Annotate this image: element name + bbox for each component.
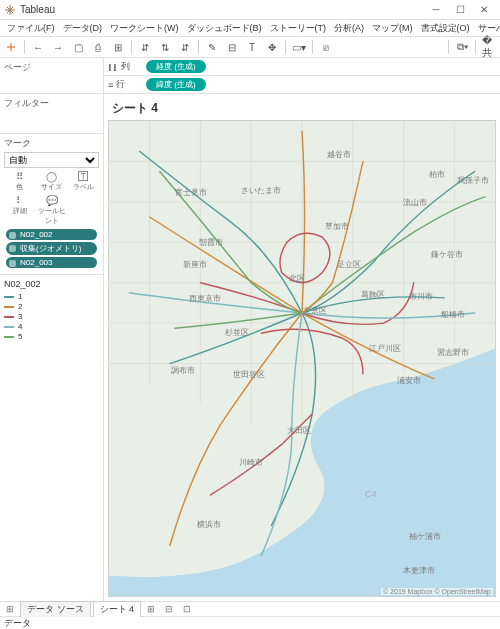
- legend-swatch: [4, 306, 14, 308]
- menu-data[interactable]: データ(D): [60, 22, 106, 35]
- mark-tooltip-button[interactable]: 💬ツールヒント: [36, 195, 68, 226]
- legend-label: 3: [18, 312, 22, 321]
- mark-detail-button[interactable]: ⠇詳細: [4, 195, 36, 226]
- columns-pill-longitude[interactable]: 経度 (生成): [146, 60, 206, 73]
- legend-item-1[interactable]: 1: [4, 292, 99, 301]
- pin-icon[interactable]: ✥: [265, 40, 279, 54]
- back-icon[interactable]: ←: [31, 40, 45, 54]
- legend-label: 4: [18, 322, 22, 331]
- map-attribution: © 2019 Mapbox © OpenStreetMap: [381, 588, 493, 595]
- legend-label: 2: [18, 302, 22, 311]
- legend-swatch: [4, 296, 14, 298]
- maximize-button[interactable]: ☐: [448, 1, 472, 19]
- color-legend: N02_002 12345: [0, 275, 103, 346]
- mark-pill-0[interactable]: N02_002: [6, 229, 97, 240]
- save-icon[interactable]: ▢: [71, 40, 85, 54]
- legend-swatch: [4, 326, 14, 328]
- columns-label: ⫿⫿列: [108, 60, 140, 73]
- detail-icon: ⠇: [4, 195, 36, 206]
- close-button[interactable]: ✕: [472, 1, 496, 19]
- mark-pill-1[interactable]: 収集(ジオメトリ): [6, 242, 97, 255]
- menu-file[interactable]: ファイル(F): [4, 22, 58, 35]
- map-canvas[interactable]: C4 © 2019 Mapbox © OpenStreetMap 越谷市富士見市…: [108, 120, 496, 597]
- legend-item-4[interactable]: 4: [4, 322, 99, 331]
- mark-color-button[interactable]: ⠿色: [4, 171, 36, 192]
- text-icon[interactable]: T: [245, 40, 259, 54]
- size-icon: ◯: [36, 171, 68, 182]
- mark-pill-2[interactable]: N02_003: [6, 257, 97, 268]
- sheet-tabs: ⊞ データ ソース シート 4 ⊞ ⊟ ⊡: [0, 601, 500, 616]
- pages-title: ページ: [4, 61, 99, 74]
- legend-swatch: [4, 336, 14, 338]
- new-story-icon[interactable]: ⊡: [179, 604, 195, 614]
- tableau-home-icon[interactable]: [4, 40, 18, 54]
- fit-icon[interactable]: ▭▾: [292, 40, 306, 54]
- sort-asc-icon[interactable]: ⇅: [158, 40, 172, 54]
- menu-worksheet[interactable]: ワークシート(W): [107, 22, 182, 35]
- sort-desc-icon[interactable]: ⇵: [178, 40, 192, 54]
- rows-label: ≡行: [108, 78, 140, 91]
- marks-title: マーク: [4, 137, 99, 150]
- color-icon: ⠿: [4, 171, 36, 182]
- group-icon[interactable]: ⊟: [225, 40, 239, 54]
- legend-item-3[interactable]: 3: [4, 312, 99, 321]
- swap-icon[interactable]: ⇵: [138, 40, 152, 54]
- datasource-tab-icon[interactable]: ⊞: [2, 604, 18, 614]
- columns-shelf[interactable]: ⫿⫿列 経度 (生成): [104, 58, 500, 76]
- share-icon[interactable]: �共: [482, 40, 496, 54]
- columns-icon: ⫿⫿: [108, 62, 118, 72]
- show-me-icon[interactable]: ⧉▾: [455, 40, 469, 54]
- forward-icon[interactable]: →: [51, 40, 65, 54]
- menu-dashboard[interactable]: ダッシュボード(B): [184, 22, 265, 35]
- window-title: Tableau: [20, 4, 55, 15]
- rows-pill-latitude[interactable]: 緯度 (生成): [146, 78, 206, 91]
- label-icon: 🅃: [67, 171, 99, 182]
- legend-title: N02_002: [4, 279, 99, 289]
- new-worksheet-icon[interactable]: ⊞: [143, 604, 159, 614]
- new-sheet-icon[interactable]: ⊞: [111, 40, 125, 54]
- menu-format[interactable]: 書式設定(O): [418, 22, 473, 35]
- tab-datasource[interactable]: データ ソース: [20, 601, 91, 617]
- marks-card: マーク 自動 ⠿色 ◯サイズ 🅃ラベル ⠇詳細 💬ツールヒント N02_002収…: [0, 134, 103, 275]
- mark-size-button[interactable]: ◯サイズ: [36, 171, 68, 192]
- filters-shelf[interactable]: フィルター: [0, 94, 103, 134]
- menu-analysis[interactable]: 分析(A): [331, 22, 367, 35]
- new-datasource-icon[interactable]: ⎙: [91, 40, 105, 54]
- tableau-logo-icon: [4, 4, 16, 16]
- legend-label: 1: [18, 292, 22, 301]
- map-svg: C4: [109, 121, 495, 596]
- new-dashboard-icon[interactable]: ⊟: [161, 604, 177, 614]
- sheet-title[interactable]: シート 4: [104, 94, 500, 120]
- filters-title: フィルター: [4, 97, 99, 110]
- highlight-icon[interactable]: ✎: [205, 40, 219, 54]
- mark-label-button[interactable]: 🅃ラベル: [67, 171, 99, 192]
- titlebar: Tableau ─ ☐ ✕: [0, 0, 500, 20]
- menubar: ファイル(F) データ(D) ワークシート(W) ダッシュボード(B) ストーリ…: [0, 20, 500, 36]
- map-route-label: C4: [365, 489, 377, 499]
- menu-server[interactable]: サーバー(S): [475, 22, 501, 35]
- toolbar: ← → ▢ ⎙ ⊞ ⇵ ⇅ ⇵ ✎ ⊟ T ✥ ▭▾ ⎚ ⧉▾ �共: [0, 36, 500, 58]
- tooltip-icon: 💬: [36, 195, 68, 206]
- marks-type-select[interactable]: 自動: [4, 152, 99, 168]
- rows-icon: ≡: [108, 80, 113, 90]
- minimize-button[interactable]: ─: [424, 1, 448, 19]
- legend-label: 5: [18, 332, 22, 341]
- legend-item-2[interactable]: 2: [4, 302, 99, 311]
- sidebar: ページ フィルター マーク 自動 ⠿色 ◯サイズ 🅃ラベル ⠇詳細 💬ツールヒン…: [0, 58, 104, 601]
- present-icon[interactable]: ⎚: [319, 40, 333, 54]
- status-text: データ: [4, 617, 31, 630]
- statusbar: データ: [0, 616, 500, 629]
- menu-map[interactable]: マップ(M): [369, 22, 416, 35]
- legend-swatch: [4, 316, 14, 318]
- rows-shelf[interactable]: ≡行 緯度 (生成): [104, 76, 500, 94]
- tab-sheet[interactable]: シート 4: [93, 601, 142, 617]
- legend-item-5[interactable]: 5: [4, 332, 99, 341]
- menu-story[interactable]: ストーリー(T): [267, 22, 330, 35]
- pages-shelf[interactable]: ページ: [0, 58, 103, 94]
